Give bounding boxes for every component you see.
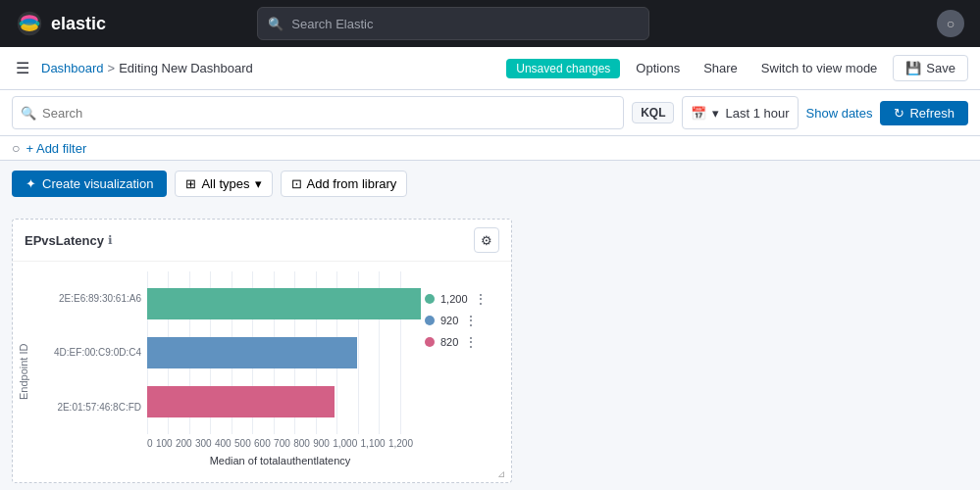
x-tick: 1,200 — [388, 438, 413, 449]
search-input[interactable] — [42, 106, 615, 121]
top-nav: elastic 🔍 Search Elastic ○ — [0, 0, 980, 47]
save-icon: 💾 — [905, 61, 921, 75]
search-wrapper[interactable]: 🔍 — [12, 96, 624, 129]
bar-2 — [147, 386, 335, 417]
info-icon[interactable]: ℹ — [108, 233, 113, 247]
legend-label: 920 — [440, 315, 458, 326]
x-tick: 400 — [215, 438, 232, 449]
bar-0 — [147, 288, 421, 319]
all-types-icon: ⊞ — [185, 176, 196, 191]
show-dates-button[interactable]: Show dates — [806, 106, 873, 121]
y-label-1: 2E:E6:89:30:61:A6 — [34, 293, 141, 304]
panel-title: EPvsLatency — [25, 233, 104, 248]
legend-dot — [425, 294, 435, 304]
all-types-label: All types — [201, 176, 249, 191]
kql-button[interactable]: KQL — [632, 102, 674, 123]
x-tick: 0 — [147, 438, 153, 449]
resize-handle[interactable]: ⊿ — [497, 468, 509, 480]
second-bar: ☰ Dashboard > Editing New Dashboard Unsa… — [0, 47, 980, 90]
legend-label: 1,200 — [440, 293, 468, 305]
breadcrumb: Dashboard > Editing New Dashboard — [41, 61, 253, 75]
x-tick: 500 — [234, 438, 251, 449]
legend-item: 820⋮ — [425, 334, 491, 350]
search-placeholder: Search Elastic — [291, 17, 373, 31]
x-tick: 200 — [176, 438, 192, 449]
all-types-button[interactable]: ⊞ All types ▾ — [175, 171, 272, 197]
x-tick: 1,100 — [361, 438, 386, 449]
options-button[interactable]: Options — [628, 57, 688, 79]
add-library-label: Add from library — [307, 176, 397, 191]
x-tick: 300 — [195, 438, 212, 449]
panel-header: EPvsLatency ℹ ⚙ — [13, 220, 511, 262]
bar-row — [147, 279, 421, 328]
main-content: EPvsLatency ℹ ⚙ Endpoint ID 2E:E6:89:30:… — [0, 207, 980, 490]
date-chevron: ▾ — [712, 106, 719, 121]
menu-button[interactable]: ☰ — [12, 55, 33, 81]
filter-bar: 🔍 KQL 📅 ▾ Last 1 hour Show dates ↻ Refre… — [0, 90, 980, 136]
panel-gear-button[interactable]: ⚙ — [474, 227, 499, 253]
user-icon: ○ — [947, 16, 954, 31]
legend-dot — [425, 316, 435, 325]
user-avatar[interactable]: ○ — [937, 10, 964, 37]
refresh-button[interactable]: ↻ Refresh — [880, 101, 968, 125]
create-visualization-button[interactable]: ✦ Create visualization — [12, 171, 167, 197]
add-filter-button[interactable]: + Add filter — [26, 141, 86, 156]
search-icon: 🔍 — [21, 106, 36, 121]
y-axis-label: Endpoint ID — [13, 271, 34, 472]
bar-1 — [147, 337, 357, 368]
legend-item: 920⋮ — [425, 313, 491, 328]
x-axis: 01002003004005006007008009001,0001,1001,… — [147, 434, 413, 453]
legend-menu-icon[interactable]: ⋮ — [474, 291, 488, 307]
x-tick: 800 — [293, 438, 310, 449]
save-button[interactable]: 💾 Save — [893, 55, 968, 81]
filter-circle-icon: ○ — [12, 140, 20, 156]
add-filter-label: + Add filter — [26, 141, 86, 156]
date-range-label: Last 1 hour — [725, 106, 789, 121]
x-tick: 600 — [254, 438, 271, 449]
legend-menu-icon[interactable]: ⋮ — [464, 334, 478, 350]
add-filter-bar: ○ + Add filter — [0, 136, 980, 161]
breadcrumb-current: Editing New Dashboard — [119, 61, 253, 75]
library-icon: ⊡ — [291, 176, 302, 191]
x-axis-label: Median of totalauthentlatency — [147, 453, 413, 472]
bar-row — [147, 328, 421, 377]
unsaved-badge: Unsaved changes — [506, 59, 620, 78]
elastic-logo: elastic — [16, 10, 106, 37]
date-picker[interactable]: 📅 ▾ Last 1 hour — [682, 96, 798, 129]
switch-view-button[interactable]: Switch to view mode — [753, 57, 886, 79]
action-buttons: Options Share Switch to view mode 💾 Save — [628, 55, 968, 81]
toolbar: ✦ Create visualization ⊞ All types ▾ ⊡ A… — [0, 161, 980, 207]
calendar-icon: 📅 — [691, 106, 706, 121]
chevron-down-icon: ▾ — [255, 176, 262, 191]
brand-name: elastic — [51, 14, 106, 34]
bars-area — [147, 271, 421, 434]
x-tick: 700 — [274, 438, 290, 449]
create-viz-label: Create visualization — [42, 176, 153, 191]
search-icon: 🔍 — [268, 17, 284, 31]
save-label: Save — [926, 61, 955, 75]
add-from-library-button[interactable]: ⊡ Add from library — [281, 171, 408, 197]
chart-inner: 2E:E6:89:30:61:A6 4D:EF:00:C9:0D:C4 2E:0… — [34, 271, 499, 472]
chart-area: Endpoint ID 2E:E6:89:30:61:A6 4D:EF:00:C… — [13, 262, 511, 482]
bar-row — [147, 377, 421, 426]
legend-label: 820 — [440, 336, 458, 348]
legend-item: 1,200⋮ — [425, 291, 491, 307]
chart-legend: 1,200⋮920⋮820⋮ — [421, 271, 499, 434]
share-button[interactable]: Share — [696, 57, 746, 79]
refresh-label: Refresh — [909, 106, 954, 121]
breadcrumb-separator: > — [108, 61, 116, 75]
legend-menu-icon[interactable]: ⋮ — [464, 313, 478, 328]
x-tick: 900 — [313, 438, 330, 449]
panel: EPvsLatency ℹ ⚙ Endpoint ID 2E:E6:89:30:… — [12, 219, 512, 483]
create-viz-icon: ✦ — [26, 176, 36, 191]
breadcrumb-dashboard[interactable]: Dashboard — [41, 61, 104, 75]
y-label-5: 2E:01:57:46:8C:FD — [34, 402, 141, 413]
y-label-3: 4D:EF:00:C9:0D:C4 — [34, 347, 141, 358]
chart-body: 2E:E6:89:30:61:A6 4D:EF:00:C9:0D:C4 2E:0… — [34, 271, 499, 434]
refresh-icon: ↻ — [894, 106, 904, 121]
x-tick: 100 — [156, 438, 173, 449]
y-axis: 2E:E6:89:30:61:A6 4D:EF:00:C9:0D:C4 2E:0… — [34, 271, 147, 434]
x-tick: 1,000 — [333, 438, 357, 449]
top-search-bar[interactable]: 🔍 Search Elastic — [257, 7, 649, 40]
legend-dot — [425, 337, 435, 347]
